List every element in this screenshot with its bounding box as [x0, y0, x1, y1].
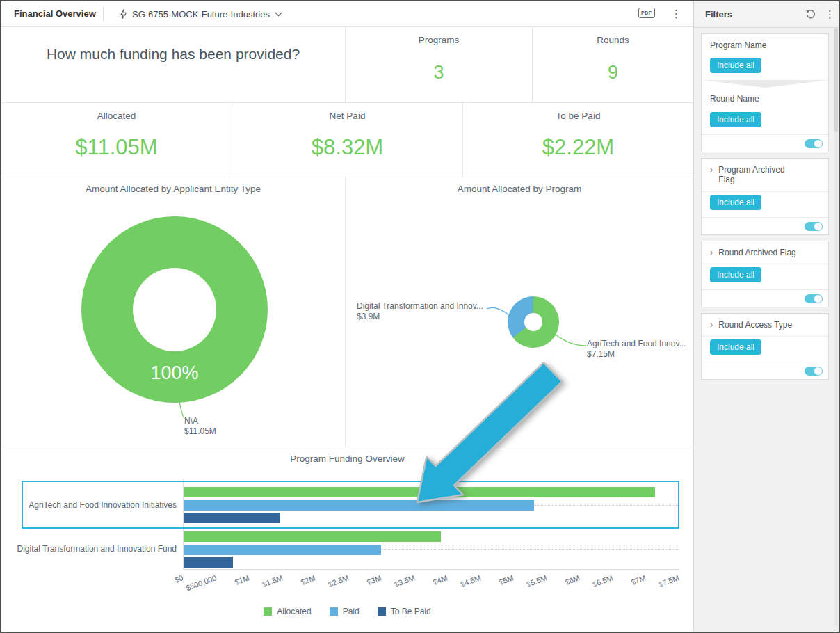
- program-donut-card: Amount Allocated by Program Digital Tran…: [346, 177, 693, 447]
- x-axis-tick-label: $2M: [300, 573, 316, 586]
- legend-label: Paid: [343, 607, 360, 616]
- net-paid-label: Net Paid: [232, 103, 462, 121]
- x-axis-tick-label: $1.5M: [261, 573, 284, 588]
- filter-toggle[interactable]: [805, 367, 823, 376]
- to-be-paid-value: $2.22M: [463, 135, 693, 160]
- filter-label: Round Access Type: [718, 320, 792, 330]
- legend-swatch: [330, 607, 338, 616]
- question-card: How much funding has been provided?: [1, 27, 345, 102]
- include-all-row: Include all: [702, 55, 828, 80]
- bar-allocated[interactable]: [184, 487, 655, 497]
- toggle-row: [702, 362, 828, 379]
- bar-allocated[interactable]: [184, 531, 441, 542]
- legend-label: To Be Paid: [391, 607, 431, 616]
- filter-group-header[interactable]: ›Round Archived Flag: [702, 241, 828, 264]
- filter-label: Round Archived Flag: [718, 248, 795, 257]
- filter-group-header[interactable]: ›Round Access Type: [702, 314, 828, 337]
- x-axis-tick-label: $3.5M: [393, 573, 416, 588]
- bar-paid[interactable]: [184, 500, 534, 511]
- filter-toggle[interactable]: [805, 294, 823, 303]
- legend-label: Allocated: [277, 607, 311, 616]
- to-be-paid-label: To be Paid: [463, 103, 693, 121]
- filter-card: ›Round Access TypeInclude all: [701, 313, 829, 380]
- bar-paid[interactable]: [184, 545, 381, 555]
- filter-toggle[interactable]: [805, 139, 823, 148]
- donut-percent-label: 100%: [81, 362, 268, 384]
- program-funding-bar-card: Program Funding Overview AllocatedPaidTo…: [1, 447, 693, 632]
- report-selector-label: SG-6755-MOCK-Future-Industries: [132, 9, 270, 19]
- program-chart-title: Amount Allocated by Program: [346, 177, 693, 194]
- programs-counter-card: Programs 3: [346, 27, 532, 102]
- app-window: How much funding has been provided? Prog…: [0, 0, 840, 633]
- expand-chevron-icon[interactable]: ›: [710, 319, 713, 330]
- chevron-down-icon: [275, 12, 282, 17]
- reset-filters-icon[interactable]: [805, 8, 816, 22]
- legend-swatch: [264, 607, 272, 616]
- divider: [103, 7, 104, 21]
- x-axis-tick-label: $7.5M: [657, 573, 680, 588]
- page-title: Financial Overview: [14, 8, 96, 19]
- bar-to-be-paid[interactable]: [184, 513, 280, 523]
- x-axis-tick-label: $4M: [432, 573, 449, 586]
- include-all-row: Include all: [702, 192, 828, 217]
- collapsed-section-divider: [702, 80, 828, 88]
- filter-card: ›Round Archived FlagInclude all: [701, 241, 829, 307]
- export-pdf-button[interactable]: PDF: [638, 8, 655, 18]
- include-all-button[interactable]: Include all: [710, 267, 761, 282]
- filter-label: Program Name: [710, 40, 766, 50]
- entity-type-chart-title: Amount Allocated by Applicant Entity Typ…: [1, 177, 345, 194]
- legend-item-to-be-paid[interactable]: To Be Paid: [378, 607, 431, 616]
- dashboard-question: How much funding has been provided?: [1, 27, 345, 67]
- filters-more-options-icon[interactable]: ⋮: [825, 9, 835, 19]
- x-axis-tick-label: $4.5M: [459, 573, 482, 588]
- x-axis-tick-label: $3M: [366, 573, 382, 586]
- donut-slice-label: AgriTech and Food Innov... $7.15M: [587, 339, 686, 360]
- scrollbar-thumb[interactable]: [834, 28, 838, 132]
- x-axis-tick-label: $2.5M: [327, 573, 350, 588]
- chart-legend: AllocatedPaidTo Be Paid: [1, 607, 693, 616]
- x-axis-tick-label: $500,000: [184, 573, 217, 592]
- include-all-button[interactable]: Include all: [710, 112, 761, 127]
- to-be-paid-kpi-card: To be Paid $2.22M: [463, 103, 693, 177]
- toggle-row: [702, 134, 828, 152]
- x-axis-tick-label: $5.5M: [525, 573, 548, 588]
- filter-group-header: Program Name: [702, 34, 828, 55]
- allocated-kpi-card: Allocated $11.05M: [1, 103, 232, 177]
- toggle-row: [702, 289, 828, 307]
- filter-group-header[interactable]: ›Program Archived Flag: [702, 159, 828, 192]
- expand-chevron-icon[interactable]: ›: [710, 164, 713, 175]
- allocated-label: Allocated: [1, 103, 232, 121]
- x-axis-tick-label: $6M: [564, 573, 581, 586]
- entity-type-donut-card: Amount Allocated by Applicant Entity Typ…: [1, 177, 345, 447]
- legend-item-allocated[interactable]: Allocated: [264, 607, 311, 616]
- toggle-row: [702, 217, 828, 234]
- bar-category-label: AgriTech and Food Innovation Initiatives: [1, 500, 177, 510]
- include-all-button[interactable]: Include all: [710, 339, 761, 355]
- filter-toggle[interactable]: [805, 222, 823, 231]
- include-all-row: Include all: [702, 337, 828, 362]
- filters-panel: Filters ⋮ Program NameInclude allRound N…: [693, 1, 839, 632]
- rounds-value: 9: [533, 62, 693, 83]
- x-axis-tick-label: $5M: [498, 573, 515, 586]
- filter-card: Program NameInclude allRound NameInclude…: [701, 33, 829, 152]
- filters-header: Filters ⋮: [694, 1, 839, 28]
- more-options-icon[interactable]: ⋮: [671, 8, 681, 19]
- bar-to-be-paid[interactable]: [184, 557, 233, 568]
- include-all-button[interactable]: Include all: [710, 58, 761, 73]
- filter-card: ›Program Archived FlagInclude all: [701, 158, 829, 235]
- filters-title: Filters: [705, 9, 732, 19]
- report-selector[interactable]: SG-6755-MOCK-Future-Industries: [120, 6, 282, 22]
- x-axis-tick-label: $6.5M: [591, 573, 614, 588]
- donut-slice-label: N\A $11.05M: [184, 416, 216, 437]
- programs-label: Programs: [346, 27, 532, 45]
- program-donut[interactable]: [508, 296, 559, 348]
- filter-group-header: Round Name: [702, 88, 828, 109]
- bar-category-label: Digital Transformation and Innovation Fu…: [1, 544, 177, 554]
- expand-chevron-icon[interactable]: ›: [710, 247, 713, 257]
- rounds-counter-card: Rounds 9: [533, 27, 693, 102]
- net-paid-value: $8.32M: [232, 135, 462, 160]
- x-axis-tick-label: $0: [173, 573, 184, 584]
- scrollbar[interactable]: [834, 28, 838, 626]
- legend-item-paid[interactable]: Paid: [330, 607, 360, 616]
- include-all-button[interactable]: Include all: [710, 195, 761, 210]
